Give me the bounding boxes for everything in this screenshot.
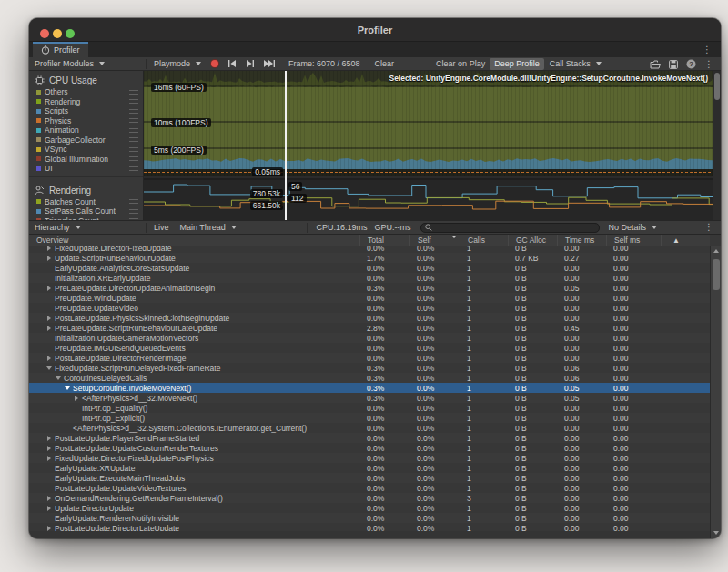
details-dropdown[interactable]: No Details [603,222,696,234]
column-warnings[interactable]: ▲ [661,235,710,246]
module-counter[interactable]: Scripts [29,106,143,116]
search-field[interactable] [420,223,600,233]
foldout-arrow-icon[interactable] [55,373,64,383]
table-row[interactable]: FixedUpdate.DirectorFixedUpdatePostPhysi… [29,453,710,463]
table-row[interactable]: Initialization.UpdateCameraMotionVectors… [29,333,710,343]
live-toggle[interactable]: Live [148,223,175,232]
scroll-up-icon[interactable] [713,249,719,253]
table-row[interactable]: EarlyUpdate.XRUpdate0.0%0.0%10 B0.000.00 [29,463,710,473]
column-gc-alloc[interactable]: GC Alloc [508,235,557,246]
charts-area[interactable]: 16ms (60FPS) 10ms (100FPS) 5ms (200FPS) … [144,71,721,220]
foldout-arrow-icon[interactable] [46,253,55,263]
rendering-chart[interactable] [144,178,714,220]
scrollbar-thumb[interactable] [714,73,720,100]
drag-handle-icon[interactable] [129,99,138,104]
context-menu-icon[interactable]: ⋮ [704,60,713,69]
foldout-arrow-icon[interactable] [46,433,55,443]
column-overview[interactable]: Overview [29,236,359,245]
table-row[interactable]: <AfterPhysics>d__32.System.Collections.I… [29,423,710,433]
table-row[interactable]: PostLateUpdate.PlayerSendFrameStarted0.0… [29,433,710,443]
column-calls[interactable]: Calls [460,235,508,246]
drag-handle-icon[interactable] [129,147,138,152]
table-row[interactable]: PostLateUpdate.UpdateVideoTextures0.0%0.… [29,483,710,493]
table-scrollbar[interactable] [710,246,721,538]
clear-on-play-toggle[interactable]: Clear on Play [431,58,490,70]
table-row[interactable]: PostLateUpdate.PhysicsSkinnedClothBeginU… [29,313,710,323]
frame-selection-line[interactable] [285,71,287,220]
foldout-arrow-icon[interactable] [46,453,55,463]
module-counter[interactable]: SetPass Calls Count [29,206,143,216]
table-row[interactable]: PreLateUpdate.ScriptRunBehaviourLateUpda… [29,323,710,333]
foldout-arrow-icon[interactable] [46,353,55,363]
table-row[interactable]: PostLateUpdate.DirectorRenderImage0.0%0.… [29,353,710,363]
charts-scrollbar[interactable] [713,71,721,220]
table-row[interactable]: Update.DirectorUpdate0.0%0.0%10 B0.000.0… [29,503,710,513]
drag-handle-icon[interactable] [129,156,138,161]
foldout-arrow-icon[interactable] [46,246,55,253]
tab-profiler[interactable]: Profiler [33,42,88,57]
column-self-ms[interactable]: Self ms [606,235,661,246]
help-icon[interactable]: ? [686,59,696,69]
drag-handle-icon[interactable] [129,199,138,204]
module-counter[interactable]: VSync [29,145,143,155]
call-stacks-dropdown[interactable]: Call Stacks [544,58,607,70]
titlebar[interactable]: Profiler [29,18,721,42]
drag-handle-icon[interactable] [129,109,138,114]
table-row[interactable]: FixedUpdate.DirectorFixedUpdate0.0%0.0%1… [29,246,710,253]
foldout-arrow-icon[interactable] [46,493,55,503]
current-frame-button[interactable] [259,58,280,70]
table-row[interactable]: IntPtr.op_Explicit()0.0%0.0%10 B0.000.00 [29,413,710,423]
foldout-arrow-icon[interactable] [46,503,55,513]
column-total[interactable]: Total [359,235,410,246]
foldout-arrow-icon[interactable] [46,443,55,453]
table-row[interactable]: FixedUpdate.ScriptRunDelayedFixedFrameRa… [29,363,710,373]
module-counter[interactable]: Physics [29,116,143,126]
module-counter[interactable]: Others [29,87,143,97]
foldout-arrow-icon[interactable] [46,283,55,293]
drag-handle-icon[interactable] [129,137,138,142]
table-row[interactable]: PreUpdate.WindUpdate0.0%0.0%10 B0.000.00 [29,293,710,303]
table-row[interactable]: EarlyUpdate.AnalyticsCoreStatsUpdate0.0%… [29,263,710,273]
table-row[interactable]: PreUpdate.UpdateVideo0.0%0.0%10 B0.000.0… [29,303,710,313]
next-frame-button[interactable] [241,58,259,70]
table-row[interactable]: EarlyUpdate.ExecuteMainThreadJobs0.0%0.0… [29,473,710,483]
table-row[interactable]: EarlyUpdate.RendererNotifyInvisible0.0%0… [29,513,710,523]
drag-handle-icon[interactable] [129,128,138,133]
drag-handle-icon[interactable] [129,90,138,95]
table-row[interactable]: <AfterPhysics>d__32.MoveNext()0.3%0.0%10… [29,393,710,403]
save-profile-icon[interactable] [669,60,678,69]
table-row[interactable]: SetupCoroutine.InvokeMoveNext()0.3%0.0%1… [29,383,710,393]
foldout-arrow-icon[interactable] [73,393,82,403]
deep-profile-toggle[interactable]: Deep Profile [490,58,544,70]
thread-dropdown[interactable]: Main Thread [175,222,305,234]
hierarchy-menu-icon[interactable]: ⋮ [704,223,713,232]
drag-handle-icon[interactable] [129,118,138,123]
column-self[interactable]: Self [410,235,460,246]
foldout-arrow-icon[interactable] [46,523,55,531]
search-input[interactable] [435,224,595,232]
profiler-modules-dropdown[interactable]: Profiler Modules [29,58,144,70]
playmode-dropdown[interactable]: Playmode [148,58,207,70]
foldout-arrow-icon[interactable] [46,363,55,373]
drag-handle-icon[interactable] [129,166,138,171]
foldout-arrow-icon[interactable] [46,313,55,323]
foldout-arrow-icon[interactable] [46,323,55,333]
table-row[interactable]: PostLateUpdate.UpdateCustomRenderTexture… [29,443,710,453]
table-row[interactable]: IntPtr.op_Equality()0.0%0.0%10 B0.000.00 [29,403,710,413]
module-counter[interactable]: Global Illumination [29,155,143,165]
scroll-down-icon[interactable] [713,531,719,535]
module-counter[interactable]: GarbageCollector [29,135,143,146]
record-button[interactable] [207,58,223,70]
module-counter[interactable]: UI [29,164,143,174]
foldout-arrow-icon[interactable] [64,383,73,393]
column-time-ms[interactable]: Time ms [557,235,606,246]
clear-button[interactable]: Clear [370,58,399,70]
table-row[interactable]: Initialization.XREarlyUpdate0.0%0.0%10 B… [29,273,710,283]
tab-menu-icon[interactable]: ⋮ [703,45,712,55]
drag-handle-icon[interactable] [129,209,138,214]
table-row[interactable]: PreUpdate.IMGUISendQueuedEvents0.0%0.0%1… [29,343,710,353]
table-row[interactable]: Update.ScriptRunBehaviourUpdate1.7%0.0%1… [29,253,710,263]
table-row[interactable]: OnDemandRendering.GetRenderFrameInterval… [29,493,710,503]
view-mode-dropdown[interactable]: Hierarchy [29,222,144,234]
module-counter[interactable]: Animation [29,125,143,135]
